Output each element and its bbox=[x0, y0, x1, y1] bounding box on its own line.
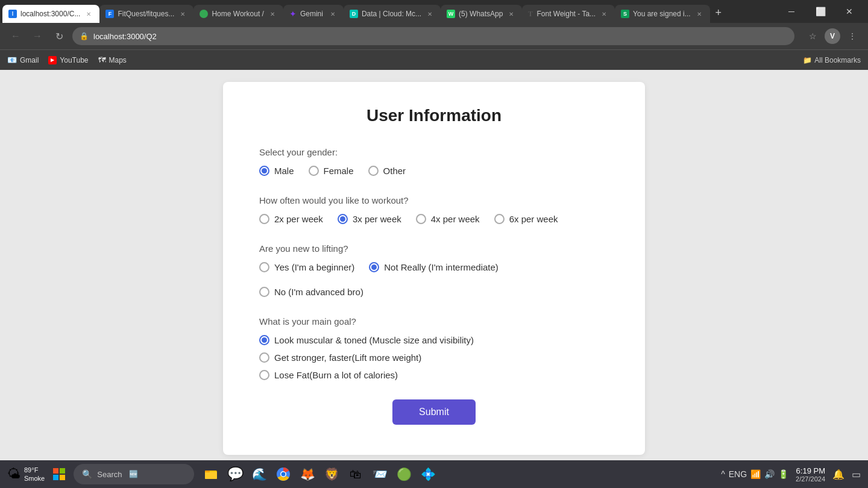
freq-4x-radio[interactable] bbox=[416, 214, 426, 224]
taskbar-app-brave[interactable]: 🦁 bbox=[321, 463, 342, 485]
windows-logo-icon bbox=[52, 468, 66, 481]
taskbar-app-explorer[interactable] bbox=[200, 463, 222, 485]
freq-3x-option[interactable]: 3x per week bbox=[338, 214, 401, 224]
goal-lose-fat-option[interactable]: Lose Fat(Burn a lot of calories) bbox=[259, 370, 398, 380]
gender-female-radio[interactable] bbox=[309, 166, 319, 176]
forward-button[interactable]: → bbox=[29, 28, 46, 45]
svg-rect-6 bbox=[205, 471, 210, 472]
lifting-advanced-option[interactable]: No (I'm advanced bro) bbox=[259, 287, 363, 297]
tab-5[interactable]: D Data | Cloud: Mc... ✕ bbox=[344, 5, 441, 23]
weather-text: 89°F Smoke bbox=[24, 466, 45, 483]
gender-male-radio[interactable] bbox=[259, 166, 269, 176]
svg-rect-3 bbox=[60, 475, 65, 480]
whatsapp-icon: 💬 bbox=[227, 466, 244, 482]
taskbar-search-text: Search bbox=[97, 470, 122, 479]
taskbar-app-vscode[interactable]: 💠 bbox=[417, 463, 439, 485]
freq-2x-radio[interactable] bbox=[259, 214, 269, 224]
freq-4x-option[interactable]: 4x per week bbox=[416, 214, 480, 224]
gender-section: Select your gender: Male Female Other bbox=[259, 147, 609, 176]
volume-icon[interactable]: 🔊 bbox=[764, 469, 775, 479]
goal-stronger-option[interactable]: Get stronger, faster(Lift more weight) bbox=[259, 352, 421, 363]
tab-2-close[interactable]: ✕ bbox=[178, 9, 187, 19]
gender-other-option[interactable]: Other bbox=[368, 166, 406, 176]
new-tab-button[interactable]: + bbox=[710, 4, 727, 21]
minimize-button[interactable]: ─ bbox=[778, 0, 805, 23]
freq-6x-radio[interactable] bbox=[494, 214, 505, 224]
tab-8[interactable]: S You are signed i... ✕ bbox=[615, 5, 710, 23]
gender-other-radio[interactable] bbox=[368, 166, 379, 176]
freq-2x-option[interactable]: 2x per week bbox=[259, 214, 323, 224]
bookmark-star-button[interactable]: ☆ bbox=[804, 28, 821, 45]
back-button[interactable]: ← bbox=[7, 28, 24, 45]
goal-lose-fat-radio[interactable] bbox=[259, 370, 269, 380]
taskbar-search-icon: 🔍 bbox=[82, 469, 92, 479]
tab-2[interactable]: F FitQuest/fitques... ✕ bbox=[99, 5, 193, 23]
taskbar-search-bar[interactable]: 🔍 Search 🆕 bbox=[74, 464, 194, 484]
bookmark-gmail[interactable]: 📧 Gmail bbox=[7, 55, 39, 64]
tab-6[interactable]: W (5) WhatsApp ✕ bbox=[441, 5, 522, 23]
taskbar-app-whatsapp[interactable]: 💬 bbox=[224, 463, 246, 485]
taskbar-app-firefox[interactable]: 🦊 bbox=[297, 463, 318, 485]
bookmarks-bar: 📧 Gmail ▶ YouTube 🗺 Maps 📁 All Bookmarks bbox=[0, 49, 868, 70]
lifting-intermediate-option[interactable]: Not Really (I'm intermediate) bbox=[369, 262, 498, 272]
menu-button[interactable]: ⋮ bbox=[844, 28, 861, 45]
tab-3[interactable]: Home Workout / ✕ bbox=[193, 5, 283, 23]
tab-8-close[interactable]: ✕ bbox=[694, 9, 704, 19]
goal-lose-fat-label: Lose Fat(Burn a lot of calories) bbox=[274, 370, 398, 380]
lock-icon: 🔒 bbox=[80, 32, 89, 40]
all-bookmarks-button[interactable]: 📁 All Bookmarks bbox=[803, 56, 861, 64]
tab-8-title: You are signed i... bbox=[633, 10, 691, 18]
refresh-button[interactable]: ↻ bbox=[51, 28, 68, 45]
chevron-up-icon[interactable]: ^ bbox=[721, 469, 725, 479]
taskbar-clock[interactable]: 6:19 PM 2/27/2024 bbox=[796, 466, 825, 483]
tab-6-close[interactable]: ✕ bbox=[506, 9, 516, 19]
url-bar[interactable]: 🔒 localhost:3000/Q2 bbox=[72, 27, 794, 45]
lang-label: ENG bbox=[729, 469, 747, 479]
tab-7-close[interactable]: ✕ bbox=[599, 9, 609, 19]
edge-icon: 🌊 bbox=[252, 467, 267, 481]
taskbar-app-chrome[interactable] bbox=[272, 463, 294, 485]
tab-5-favicon: D bbox=[350, 10, 358, 18]
show-desktop-icon[interactable]: ▭ bbox=[852, 469, 861, 480]
submit-button[interactable]: Submit bbox=[392, 399, 476, 425]
battery-icon[interactable]: 🔋 bbox=[778, 469, 788, 479]
user-information-form: User Information Select your gender: Mal… bbox=[223, 82, 645, 455]
lifting-intermediate-radio[interactable] bbox=[369, 262, 379, 272]
maximize-button[interactable]: ⬜ bbox=[807, 0, 834, 23]
taskbar-app-greenc[interactable]: 🟢 bbox=[393, 463, 415, 485]
url-text: localhost:3000/Q2 bbox=[93, 32, 787, 41]
lifting-beginner-radio[interactable] bbox=[259, 262, 269, 272]
taskbar-app-outlook[interactable]: 📨 bbox=[369, 463, 391, 485]
tab-7[interactable]: 𝐓 Font Weight - Ta... ✕ bbox=[522, 5, 615, 23]
lifting-experience-section: Are you new to lifting? Yes (I'm a begin… bbox=[259, 243, 609, 297]
taskbar-app-edge[interactable]: 🌊 bbox=[248, 463, 270, 485]
tab-4-close[interactable]: ✕ bbox=[328, 9, 338, 19]
taskbar-app-store[interactable]: 🛍 bbox=[345, 463, 366, 485]
close-button[interactable]: ✕ bbox=[835, 0, 863, 23]
goal-muscular-option[interactable]: Look muscular & toned (Muscle size and v… bbox=[259, 335, 474, 345]
store-icon: 🛍 bbox=[350, 468, 362, 481]
lifting-beginner-option[interactable]: Yes (I'm a beginner) bbox=[259, 262, 354, 272]
tab-1-close[interactable]: ✕ bbox=[84, 9, 93, 19]
tab-3-favicon bbox=[200, 10, 208, 18]
gender-female-option[interactable]: Female bbox=[309, 166, 354, 176]
freq-3x-radio[interactable] bbox=[338, 214, 348, 224]
tab-1[interactable]: l localhost:3000/C... ✕ bbox=[2, 5, 99, 23]
wifi-icon[interactable]: 📶 bbox=[750, 469, 761, 479]
start-button[interactable] bbox=[48, 463, 70, 485]
tab-3-close[interactable]: ✕ bbox=[268, 9, 277, 19]
taskbar-right: ^ ENG 📶 🔊 🔋 6:19 PM 2/27/2024 🔔 ▭ bbox=[721, 466, 861, 483]
bookmark-youtube[interactable]: ▶ YouTube bbox=[48, 56, 88, 64]
gender-male-option[interactable]: Male bbox=[259, 166, 294, 176]
freq-6x-option[interactable]: 6x per week bbox=[494, 214, 558, 224]
taskbar: 🌤 89°F Smoke 🔍 Search 🆕 💬 bbox=[0, 460, 868, 488]
extensions-button[interactable]: V bbox=[825, 28, 840, 44]
tab-5-close[interactable]: ✕ bbox=[425, 9, 435, 19]
lifting-experience-radio-group: Yes (I'm a beginner) Not Really (I'm int… bbox=[259, 262, 609, 297]
tab-4[interactable]: ✦ Gemini ✕ bbox=[283, 5, 344, 23]
bookmark-maps[interactable]: 🗺 Maps bbox=[98, 55, 127, 64]
lifting-advanced-radio[interactable] bbox=[259, 287, 269, 297]
goal-stronger-radio[interactable] bbox=[259, 352, 269, 363]
notification-icon[interactable]: 🔔 bbox=[832, 469, 844, 480]
goal-muscular-radio[interactable] bbox=[259, 335, 269, 345]
